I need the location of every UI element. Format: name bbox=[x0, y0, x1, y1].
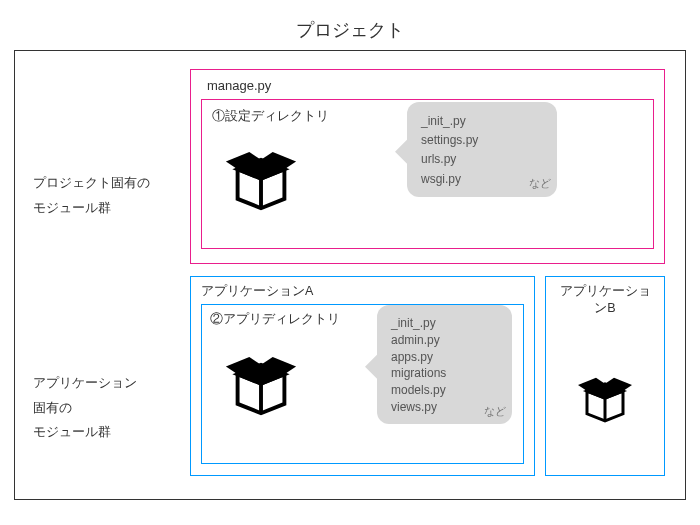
etc-label: など bbox=[529, 175, 551, 193]
app-module-label: アプリケーション 固有の モジュール群 bbox=[33, 371, 173, 445]
project-outer-box: プロジェクト固有の モジュール群 アプリケーション 固有の モジュール群 man… bbox=[14, 50, 686, 500]
file-name: models.py bbox=[391, 382, 498, 399]
label-line: モジュール群 bbox=[33, 196, 173, 221]
open-box-icon bbox=[222, 343, 300, 424]
label-line: アプリケーション bbox=[33, 371, 173, 396]
config-files-bubble: _init_.py settings.py urls.py wsgi.py など bbox=[407, 102, 557, 197]
file-name: urls.py bbox=[421, 150, 543, 169]
file-name: _init_.py bbox=[421, 112, 543, 131]
project-module-label: プロジェクト固有の モジュール群 bbox=[33, 171, 173, 220]
app-files-bubble: _init_.py admin.py apps.py migrations mo… bbox=[377, 305, 512, 424]
file-name: _init_.py bbox=[391, 315, 498, 332]
etc-label: など bbox=[484, 404, 506, 419]
manage-py-label: manage.py bbox=[207, 78, 654, 93]
project-container: manage.py ①設定ディレクトリ _init_.py settings.p… bbox=[190, 69, 665, 264]
config-directory-box: ①設定ディレクトリ _init_.py settings.py urls.py … bbox=[201, 99, 654, 249]
open-box-icon bbox=[556, 367, 654, 430]
page-title: プロジェクト bbox=[0, 0, 700, 50]
file-name: apps.py bbox=[391, 349, 498, 366]
application-b-box: アプリケーションB bbox=[545, 276, 665, 476]
file-name: settings.py bbox=[421, 131, 543, 150]
label-line: 固有の bbox=[33, 396, 173, 421]
file-name: migrations bbox=[391, 365, 498, 382]
file-name: wsgi.py bbox=[421, 170, 543, 189]
applications-row: アプリケーションA ②アプリディレクトリ _init_.py admin.py … bbox=[190, 276, 665, 476]
app-directory-box: ②アプリディレクトリ _init_.py admin.py apps.py mi… bbox=[201, 304, 524, 464]
file-name: views.py bbox=[391, 399, 498, 416]
application-a-box: アプリケーションA ②アプリディレクトリ _init_.py admin.py … bbox=[190, 276, 535, 476]
app-b-title: アプリケーションB bbox=[556, 283, 654, 317]
app-a-title: アプリケーションA bbox=[201, 283, 524, 300]
open-box-icon bbox=[222, 138, 300, 219]
label-line: プロジェクト固有の bbox=[33, 171, 173, 196]
label-line: モジュール群 bbox=[33, 420, 173, 445]
file-name: admin.py bbox=[391, 332, 498, 349]
